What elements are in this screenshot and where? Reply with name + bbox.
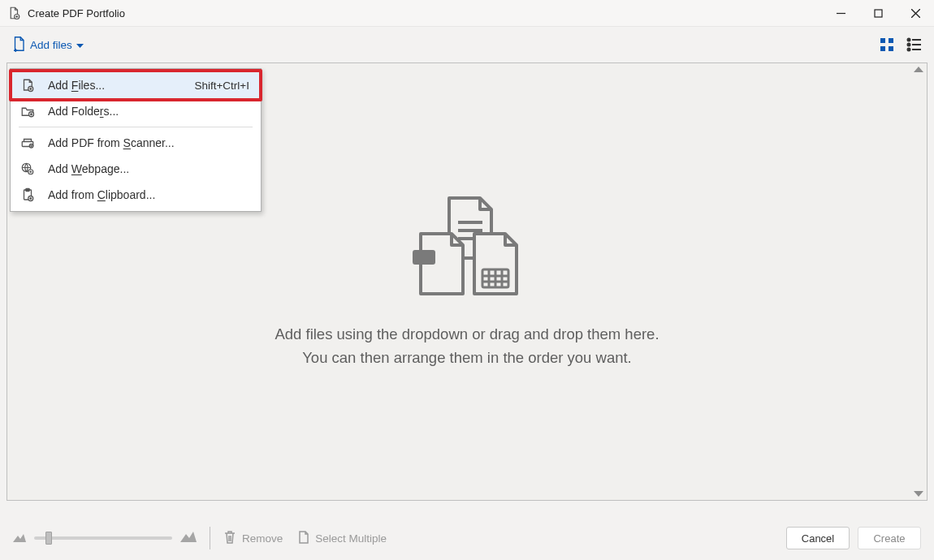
maximize-button[interactable] [859,0,897,27]
view-toggles [879,37,923,53]
svg-rect-5 [880,38,885,43]
zoom-thumb[interactable] [45,532,52,545]
select-icon [297,530,309,547]
menu-add-clipboard-label: Add from Clipboard... [48,188,249,201]
globe-icon [19,162,37,176]
menu-add-clipboard[interactable]: Add from Clipboard... [11,182,261,208]
zoom-slider[interactable] [34,536,172,540]
minimize-button[interactable] [822,0,859,27]
remove-label: Remove [242,532,283,545]
scanner-icon [19,136,37,149]
svg-point-9 [908,39,910,41]
menu-separator [19,127,253,127]
drop-line1: Add files using the dropdown or drag and… [275,323,659,347]
svg-point-13 [908,49,910,51]
footer-actions: Cancel Create [786,527,921,549]
svg-rect-18 [413,250,435,265]
select-multiple-label: Select Multiple [315,532,387,545]
drop-line2: You can then arrange them in the order y… [275,347,659,370]
remove-button[interactable]: Remove [223,530,283,547]
menu-add-folders-label: Add Folders... [48,105,249,118]
create-button[interactable]: Create [858,527,921,549]
app-icon [6,5,22,21]
scroll-up-icon [914,67,923,72]
grid-view-button[interactable] [879,37,895,53]
zoom-in-icon[interactable] [180,531,197,545]
svg-rect-6 [889,38,893,43]
svg-rect-8 [889,46,893,51]
menu-add-webpage-label: Add Webpage... [48,162,249,175]
caret-down-icon [76,39,84,51]
toolbar: Add files [0,27,934,62]
window-controls [822,0,934,27]
select-multiple-button[interactable]: Select Multiple [297,530,387,547]
svg-rect-7 [880,46,885,51]
divider [210,527,210,549]
file-add-icon [19,78,37,93]
add-files-dropdown-button[interactable]: Add files [11,36,84,54]
close-button[interactable] [897,0,934,27]
cancel-button[interactable]: Cancel [786,527,850,549]
folder-add-icon [19,105,37,118]
svg-rect-2 [875,10,882,17]
clipboard-icon [19,187,37,202]
add-file-icon [11,36,26,54]
footer: Remove Select Multiple Cancel Create [0,516,934,560]
menu-add-files[interactable]: Add Files... Shift+Ctrl+I [11,72,261,98]
add-files-menu: Add Files... Shift+Ctrl+I Add Folders...… [10,68,262,212]
menu-add-files-label: Add Files... [48,79,183,92]
zoom-out-icon[interactable] [13,531,26,545]
scroll-down-icon [914,491,923,497]
add-files-label: Add files [30,39,72,51]
menu-add-files-shortcut: Shift+Ctrl+I [194,80,249,92]
menu-add-scanner-label: Add PDF from Scanner... [48,136,249,149]
files-illustration-icon [398,193,536,302]
titlebar: Create PDF Portfolio [0,0,934,27]
svg-rect-32 [26,189,30,192]
svg-point-11 [908,44,910,46]
trash-icon [223,530,236,547]
menu-add-scanner[interactable]: Add PDF from Scanner... [11,130,261,156]
window-title: Create PDF Portfolio [28,7,125,19]
menu-add-folders[interactable]: Add Folders... [11,98,261,124]
list-view-button[interactable] [906,37,923,53]
zoom-controls [13,531,197,545]
drop-instructions: Add files using the dropdown or drag and… [275,323,659,369]
menu-add-webpage[interactable]: Add Webpage... [11,156,261,182]
